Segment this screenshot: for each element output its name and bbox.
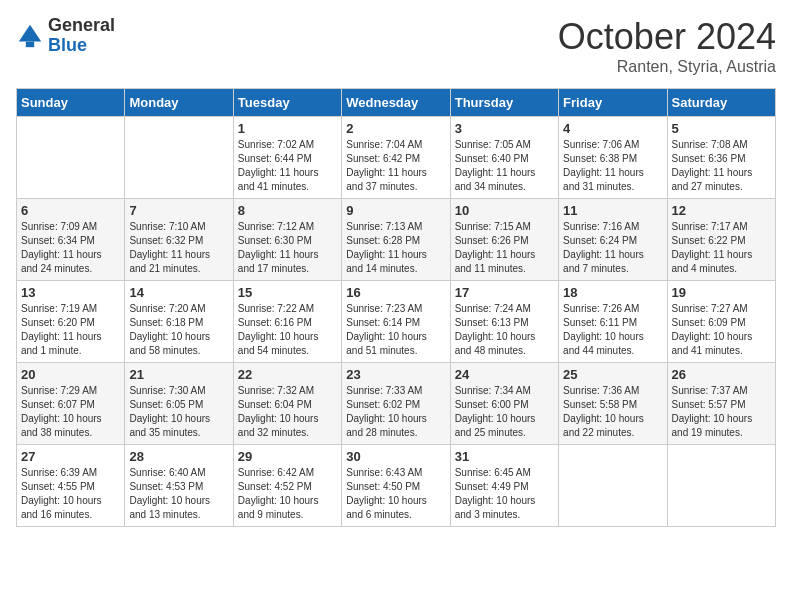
cell-text: Sunrise: 7:13 AM xyxy=(346,220,445,234)
calendar-cell: 26Sunrise: 7:37 AMSunset: 5:57 PMDayligh… xyxy=(667,363,775,445)
day-number: 18 xyxy=(563,285,662,300)
cell-text: Daylight: 11 hours and 1 minute. xyxy=(21,330,120,358)
cell-text: Sunset: 6:02 PM xyxy=(346,398,445,412)
cell-text: Sunset: 6:00 PM xyxy=(455,398,554,412)
calendar-cell: 14Sunrise: 7:20 AMSunset: 6:18 PMDayligh… xyxy=(125,281,233,363)
day-number: 19 xyxy=(672,285,771,300)
calendar-table: SundayMondayTuesdayWednesdayThursdayFrid… xyxy=(16,88,776,527)
cell-text: Sunrise: 7:23 AM xyxy=(346,302,445,316)
cell-text: Sunset: 6:34 PM xyxy=(21,234,120,248)
calendar-week-5: 27Sunrise: 6:39 AMSunset: 4:55 PMDayligh… xyxy=(17,445,776,527)
cell-text: Sunset: 6:04 PM xyxy=(238,398,337,412)
cell-text: Sunrise: 7:15 AM xyxy=(455,220,554,234)
cell-text: Sunset: 6:36 PM xyxy=(672,152,771,166)
cell-text: Daylight: 11 hours and 31 minutes. xyxy=(563,166,662,194)
calendar-cell xyxy=(559,445,667,527)
svg-marker-0 xyxy=(19,25,41,42)
cell-text: Sunrise: 7:08 AM xyxy=(672,138,771,152)
cell-text: Daylight: 10 hours and 35 minutes. xyxy=(129,412,228,440)
cell-text: Sunrise: 7:20 AM xyxy=(129,302,228,316)
cell-text: Sunset: 6:38 PM xyxy=(563,152,662,166)
cell-text: Sunset: 6:16 PM xyxy=(238,316,337,330)
cell-text: Daylight: 11 hours and 41 minutes. xyxy=(238,166,337,194)
cell-text: Daylight: 11 hours and 24 minutes. xyxy=(21,248,120,276)
cell-text: Daylight: 11 hours and 4 minutes. xyxy=(672,248,771,276)
logo-general: General xyxy=(48,16,115,36)
cell-text: Sunrise: 6:40 AM xyxy=(129,466,228,480)
cell-text: Sunrise: 7:34 AM xyxy=(455,384,554,398)
day-number: 3 xyxy=(455,121,554,136)
cell-text: Daylight: 10 hours and 3 minutes. xyxy=(455,494,554,522)
day-number: 5 xyxy=(672,121,771,136)
cell-text: Daylight: 10 hours and 9 minutes. xyxy=(238,494,337,522)
cell-text: Sunrise: 7:19 AM xyxy=(21,302,120,316)
calendar-cell: 10Sunrise: 7:15 AMSunset: 6:26 PMDayligh… xyxy=(450,199,558,281)
title-block: October 2024 Ranten, Styria, Austria xyxy=(558,16,776,76)
cell-text: Sunset: 6:44 PM xyxy=(238,152,337,166)
calendar-cell: 25Sunrise: 7:36 AMSunset: 5:58 PMDayligh… xyxy=(559,363,667,445)
day-number: 2 xyxy=(346,121,445,136)
cell-text: Sunrise: 7:36 AM xyxy=(563,384,662,398)
day-number: 12 xyxy=(672,203,771,218)
logo-blue: Blue xyxy=(48,36,115,56)
calendar-header-row: SundayMondayTuesdayWednesdayThursdayFrid… xyxy=(17,89,776,117)
cell-text: Daylight: 10 hours and 41 minutes. xyxy=(672,330,771,358)
day-number: 6 xyxy=(21,203,120,218)
cell-text: Sunrise: 7:29 AM xyxy=(21,384,120,398)
cell-text: Sunset: 4:53 PM xyxy=(129,480,228,494)
header-cell-friday: Friday xyxy=(559,89,667,117)
day-number: 31 xyxy=(455,449,554,464)
cell-text: Daylight: 11 hours and 21 minutes. xyxy=(129,248,228,276)
cell-text: Daylight: 10 hours and 25 minutes. xyxy=(455,412,554,440)
cell-text: Sunrise: 7:09 AM xyxy=(21,220,120,234)
cell-text: Daylight: 11 hours and 11 minutes. xyxy=(455,248,554,276)
calendar-cell: 6Sunrise: 7:09 AMSunset: 6:34 PMDaylight… xyxy=(17,199,125,281)
cell-text: Sunrise: 6:39 AM xyxy=(21,466,120,480)
cell-text: Sunrise: 7:02 AM xyxy=(238,138,337,152)
header-cell-sunday: Sunday xyxy=(17,89,125,117)
calendar-cell: 24Sunrise: 7:34 AMSunset: 6:00 PMDayligh… xyxy=(450,363,558,445)
cell-text: Sunrise: 6:43 AM xyxy=(346,466,445,480)
cell-text: Sunrise: 7:37 AM xyxy=(672,384,771,398)
day-number: 13 xyxy=(21,285,120,300)
cell-text: Sunset: 6:13 PM xyxy=(455,316,554,330)
calendar-cell: 16Sunrise: 7:23 AMSunset: 6:14 PMDayligh… xyxy=(342,281,450,363)
cell-text: Sunset: 6:07 PM xyxy=(21,398,120,412)
cell-text: Sunset: 6:32 PM xyxy=(129,234,228,248)
cell-text: Daylight: 11 hours and 27 minutes. xyxy=(672,166,771,194)
cell-text: Sunset: 5:58 PM xyxy=(563,398,662,412)
calendar-cell: 31Sunrise: 6:45 AMSunset: 4:49 PMDayligh… xyxy=(450,445,558,527)
cell-text: Sunset: 6:18 PM xyxy=(129,316,228,330)
calendar-week-4: 20Sunrise: 7:29 AMSunset: 6:07 PMDayligh… xyxy=(17,363,776,445)
cell-text: Sunrise: 6:45 AM xyxy=(455,466,554,480)
cell-text: Daylight: 11 hours and 37 minutes. xyxy=(346,166,445,194)
calendar-cell: 18Sunrise: 7:26 AMSunset: 6:11 PMDayligh… xyxy=(559,281,667,363)
logo-text: General Blue xyxy=(48,16,115,56)
day-number: 25 xyxy=(563,367,662,382)
cell-text: Daylight: 10 hours and 22 minutes. xyxy=(563,412,662,440)
calendar-cell: 22Sunrise: 7:32 AMSunset: 6:04 PMDayligh… xyxy=(233,363,341,445)
cell-text: Sunrise: 7:30 AM xyxy=(129,384,228,398)
calendar-cell: 13Sunrise: 7:19 AMSunset: 6:20 PMDayligh… xyxy=(17,281,125,363)
cell-text: Daylight: 10 hours and 13 minutes. xyxy=(129,494,228,522)
cell-text: Daylight: 10 hours and 19 minutes. xyxy=(672,412,771,440)
day-number: 20 xyxy=(21,367,120,382)
day-number: 30 xyxy=(346,449,445,464)
cell-text: Sunrise: 7:04 AM xyxy=(346,138,445,152)
cell-text: Daylight: 10 hours and 54 minutes. xyxy=(238,330,337,358)
cell-text: Sunset: 6:22 PM xyxy=(672,234,771,248)
cell-text: Sunrise: 7:10 AM xyxy=(129,220,228,234)
day-number: 9 xyxy=(346,203,445,218)
cell-text: Sunset: 6:40 PM xyxy=(455,152,554,166)
calendar-cell: 8Sunrise: 7:12 AMSunset: 6:30 PMDaylight… xyxy=(233,199,341,281)
cell-text: Sunrise: 7:05 AM xyxy=(455,138,554,152)
day-number: 14 xyxy=(129,285,228,300)
cell-text: Sunset: 6:20 PM xyxy=(21,316,120,330)
day-number: 17 xyxy=(455,285,554,300)
calendar-cell: 9Sunrise: 7:13 AMSunset: 6:28 PMDaylight… xyxy=(342,199,450,281)
calendar-cell: 11Sunrise: 7:16 AMSunset: 6:24 PMDayligh… xyxy=(559,199,667,281)
calendar-cell: 3Sunrise: 7:05 AMSunset: 6:40 PMDaylight… xyxy=(450,117,558,199)
cell-text: Daylight: 10 hours and 51 minutes. xyxy=(346,330,445,358)
cell-text: Sunset: 4:52 PM xyxy=(238,480,337,494)
calendar-week-3: 13Sunrise: 7:19 AMSunset: 6:20 PMDayligh… xyxy=(17,281,776,363)
